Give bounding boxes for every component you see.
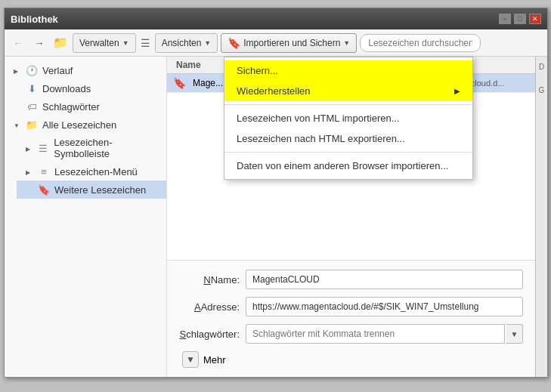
sidebar-item-weitere-lesezeichen[interactable]: 🔖 Weitere Lesezeichen	[17, 181, 166, 199]
tags-input[interactable]	[246, 324, 505, 344]
mehr-row: ▼ Mehr	[179, 351, 523, 368]
name-label: NName:	[179, 274, 240, 286]
adresse-row: AAdresse:	[179, 297, 523, 316]
name-input[interactable]	[246, 270, 523, 289]
mehr-label: Mehr	[203, 354, 226, 366]
verlauf-expand-icon	[14, 66, 21, 75]
adresse-input[interactable]	[246, 297, 523, 316]
menue-icon: ≡	[38, 165, 50, 177]
alle-lesezeichen-icon: 📁	[26, 119, 38, 131]
sidebar-item-downloads[interactable]: ⬇ Downloads	[5, 79, 166, 97]
forward-button[interactable]: →	[30, 34, 48, 52]
importieren-button[interactable]: 🔖 Importieren und Sichern ▼	[221, 33, 357, 53]
maximize-button[interactable]: □	[514, 14, 526, 24]
name-label-underline: N	[203, 274, 210, 286]
right-panel-letter-d: D	[539, 63, 544, 71]
mehr-button[interactable]: ▼	[182, 351, 199, 368]
importieren-icon: 🔖	[228, 37, 240, 49]
views-icon: ☰	[141, 37, 150, 49]
menu-item-wiederherstellen[interactable]: Wiederherstellen ▶	[224, 81, 472, 101]
downloads-icon: ⬇	[26, 82, 38, 94]
back-button[interactable]: ←	[9, 34, 27, 52]
toolbar: ← → 📁 Verwalten ▼ ☰ Ansichten ▼ 🔖 Import…	[5, 29, 547, 57]
alle-lesezeichen-expand-icon	[14, 121, 21, 129]
schlagwoerter-label: Schlagwörter:	[179, 329, 240, 340]
sidebar-item-schlagwoerter-label: Schlagwörter	[42, 101, 100, 113]
verwalten-label: Verwalten	[79, 38, 119, 48]
ansichten-button[interactable]: Ansichten ▼	[155, 33, 218, 53]
sidebar-item-alle-lesezeichen[interactable]: 📁 Alle Lesezeichen	[5, 116, 166, 134]
verwalten-arrow-icon: ▼	[122, 39, 129, 47]
import-html-label: Lesezeichen von HTML importieren...	[237, 113, 400, 124]
verwalten-button[interactable]: Verwalten ▼	[73, 33, 136, 53]
bookmark-form: NName: AAdresse: Schlagwörter:	[167, 260, 535, 377]
name-row: NName:	[179, 270, 523, 289]
sidebar-item-verlauf[interactable]: 🕐 Verlauf	[5, 61, 166, 79]
menue-expand-icon	[26, 168, 33, 176]
window-title: Bibliothek	[11, 14, 499, 25]
library-window: Bibliothek − □ ✕ ← → 📁 Verwalten ▼ ☰ Ans…	[4, 8, 548, 378]
window-controls: − □ ✕	[499, 14, 541, 24]
close-button[interactable]: ✕	[529, 14, 541, 24]
menu-item-sichern[interactable]: Sichern...	[224, 60, 472, 81]
sidebar-item-menue-label: Lesezeichen-Menü	[54, 166, 138, 177]
sidebar-item-downloads-label: Downloads	[42, 83, 91, 94]
sidebar-item-schlagwoerter[interactable]: 🏷 Schlagwörter	[5, 97, 166, 116]
right-panel-letter-g: G	[539, 86, 545, 94]
sidebar-item-lesezeichen-menue[interactable]: ≡ Lesezeichen-Menü	[17, 162, 166, 181]
schlagwoerter-label-underline: S	[180, 329, 187, 340]
schlagwoerter-icon: 🏷	[26, 100, 38, 113]
sidebar-item-symbolleiste-label: Lesezeichen-Symbolleiste	[54, 137, 160, 159]
tags-wrapper: ▼	[246, 324, 523, 344]
importieren-arrow-icon: ▼	[343, 39, 350, 47]
organize-icon: 📁	[53, 35, 68, 50]
sidebar-item-verlauf-label: Verlauf	[42, 65, 73, 76]
sidebar-item-lesezeichen-symbolleiste[interactable]: ☰ Lesezeichen-Symbolleiste	[17, 134, 166, 162]
schlagwoerter-row: Schlagwörter: ▼	[179, 324, 523, 344]
symbolleiste-expand-icon	[26, 144, 33, 153]
sidebar-item-alle-lesezeichen-label: Alle Lesezeichen	[42, 119, 116, 131]
menu-item-export-html[interactable]: Lesezeichen nach HTML exportieren...	[224, 128, 472, 149]
col-name-header: Name	[173, 60, 201, 70]
sichern-label: Sichern...	[237, 65, 278, 76]
verlauf-icon: 🕐	[26, 64, 38, 76]
menu-separator-2	[224, 152, 472, 153]
import-dropdown-menu: Sichern... Wiederherstellen ▶ Lesezeiche…	[224, 57, 473, 180]
ansichten-arrow-icon: ▼	[204, 39, 211, 47]
weitere-icon: 🔖	[38, 184, 50, 196]
adresse-label-underline: A	[194, 301, 201, 313]
minimize-button[interactable]: −	[499, 14, 511, 24]
adresse-label: AAdresse:	[179, 301, 240, 313]
ansichten-label: Ansichten	[162, 38, 202, 48]
symbolleiste-icon: ☰	[37, 142, 49, 154]
menu-item-import-html[interactable]: Lesezeichen von HTML importieren...	[224, 108, 472, 128]
search-input[interactable]	[360, 34, 481, 52]
row-bookmark-icon: 🔖	[173, 77, 188, 89]
wiederherstellen-arrow-icon: ▶	[454, 87, 460, 95]
alle-lesezeichen-children: ☰ Lesezeichen-Symbolleiste ≡ Lesezeichen…	[5, 134, 166, 199]
sidebar-item-weitere-label: Weitere Lesezeichen	[54, 184, 146, 196]
menu-item-import-browser[interactable]: Daten von einem anderen Browser importie…	[224, 156, 472, 176]
wiederherstellen-label: Wiederherstellen	[237, 85, 311, 97]
menu-separator-1	[224, 104, 472, 105]
export-html-label: Lesezeichen nach HTML exportieren...	[237, 133, 405, 144]
importieren-label: Importieren und Sichern	[243, 38, 340, 48]
tags-dropdown-button[interactable]: ▼	[506, 324, 523, 344]
title-bar: Bibliothek − □ ✕	[5, 8, 547, 29]
import-browser-label: Daten von einem anderen Browser importie…	[237, 160, 448, 171]
right-panel: D G	[535, 57, 547, 377]
sidebar: 🕐 Verlauf ⬇ Downloads 🏷 Schlagwörter 📁 A…	[5, 57, 167, 377]
